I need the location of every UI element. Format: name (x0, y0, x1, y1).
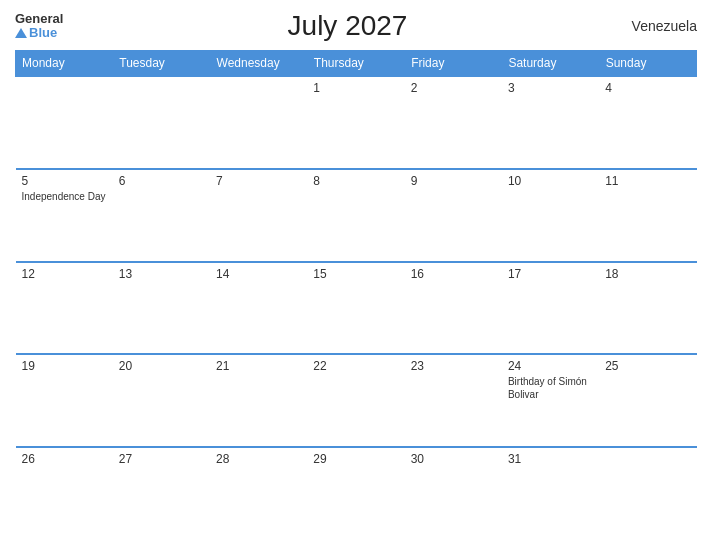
calendar-day-cell: 6 (113, 169, 210, 262)
calendar-day-cell: 25 (599, 354, 696, 447)
country-name: Venezuela (632, 18, 697, 34)
calendar-day-cell: 3 (502, 76, 599, 169)
day-number: 31 (508, 452, 593, 466)
calendar-day-cell: 28 (210, 447, 307, 540)
calendar-week-row: 5Independence Day67891011 (16, 169, 697, 262)
calendar-day-cell: 22 (307, 354, 404, 447)
day-number: 15 (313, 267, 398, 281)
logo-blue-text: Blue (15, 26, 63, 40)
calendar-day-cell (16, 76, 113, 169)
calendar-day-cell (599, 447, 696, 540)
day-number: 1 (313, 81, 398, 95)
calendar-day-cell (210, 76, 307, 169)
calendar-day-cell: 20 (113, 354, 210, 447)
month-title: July 2027 (288, 10, 408, 42)
calendar-day-cell: 10 (502, 169, 599, 262)
logo-triangle-icon (15, 28, 27, 38)
calendar-day-header: Tuesday (113, 51, 210, 77)
day-number: 3 (508, 81, 593, 95)
calendar-day-cell: 24Birthday of Simón Bolivar (502, 354, 599, 447)
event-text: Birthday of Simón Bolivar (508, 376, 587, 400)
calendar-day-cell: 23 (405, 354, 502, 447)
calendar-day-cell: 11 (599, 169, 696, 262)
calendar-day-cell: 13 (113, 262, 210, 355)
day-number: 11 (605, 174, 690, 188)
day-number: 30 (411, 452, 496, 466)
calendar-day-cell: 7 (210, 169, 307, 262)
calendar-day-header: Monday (16, 51, 113, 77)
calendar-day-cell: 5Independence Day (16, 169, 113, 262)
day-number: 20 (119, 359, 204, 373)
day-number: 2 (411, 81, 496, 95)
day-number: 5 (22, 174, 107, 188)
day-number: 8 (313, 174, 398, 188)
day-number: 22 (313, 359, 398, 373)
calendar-day-cell: 2 (405, 76, 502, 169)
day-number: 19 (22, 359, 107, 373)
calendar-day-cell: 15 (307, 262, 404, 355)
day-number: 28 (216, 452, 301, 466)
day-number: 18 (605, 267, 690, 281)
calendar-day-cell (113, 76, 210, 169)
calendar-header-row: MondayTuesdayWednesdayThursdayFridaySatu… (16, 51, 697, 77)
calendar-day-cell: 21 (210, 354, 307, 447)
calendar-day-header: Friday (405, 51, 502, 77)
calendar-week-row: 262728293031 (16, 447, 697, 540)
page-header: General Blue July 2027 Venezuela (15, 10, 697, 42)
day-number: 4 (605, 81, 690, 95)
calendar-day-cell: 19 (16, 354, 113, 447)
day-number: 29 (313, 452, 398, 466)
calendar-day-cell: 26 (16, 447, 113, 540)
calendar-table: MondayTuesdayWednesdayThursdayFridaySatu… (15, 50, 697, 540)
calendar-day-header: Thursday (307, 51, 404, 77)
day-number: 26 (22, 452, 107, 466)
day-number: 16 (411, 267, 496, 281)
logo: General Blue (15, 12, 63, 41)
day-number: 14 (216, 267, 301, 281)
calendar-day-cell: 16 (405, 262, 502, 355)
calendar-day-cell: 12 (16, 262, 113, 355)
calendar-day-header: Wednesday (210, 51, 307, 77)
day-number: 10 (508, 174, 593, 188)
calendar-day-cell: 8 (307, 169, 404, 262)
day-number: 25 (605, 359, 690, 373)
calendar-day-cell: 1 (307, 76, 404, 169)
calendar-week-row: 1234 (16, 76, 697, 169)
calendar-day-cell: 14 (210, 262, 307, 355)
calendar-day-cell: 31 (502, 447, 599, 540)
day-number: 9 (411, 174, 496, 188)
day-number: 13 (119, 267, 204, 281)
calendar-day-cell: 18 (599, 262, 696, 355)
calendar-day-cell: 17 (502, 262, 599, 355)
day-number: 23 (411, 359, 496, 373)
calendar-day-cell: 29 (307, 447, 404, 540)
day-number: 24 (508, 359, 593, 373)
day-number: 6 (119, 174, 204, 188)
calendar-day-header: Saturday (502, 51, 599, 77)
calendar-week-row: 192021222324Birthday of Simón Bolivar25 (16, 354, 697, 447)
day-number: 7 (216, 174, 301, 188)
calendar-day-header: Sunday (599, 51, 696, 77)
day-number: 12 (22, 267, 107, 281)
day-number: 17 (508, 267, 593, 281)
logo-general-text: General (15, 12, 63, 26)
day-number: 21 (216, 359, 301, 373)
calendar-day-cell: 4 (599, 76, 696, 169)
day-number: 27 (119, 452, 204, 466)
event-text: Independence Day (22, 191, 106, 202)
calendar-day-cell: 27 (113, 447, 210, 540)
calendar-week-row: 12131415161718 (16, 262, 697, 355)
calendar-day-cell: 30 (405, 447, 502, 540)
calendar-day-cell: 9 (405, 169, 502, 262)
